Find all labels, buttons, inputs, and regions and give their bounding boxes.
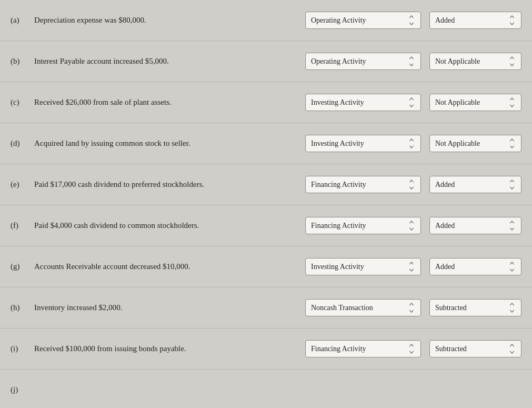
row-label-g: (g) bbox=[11, 262, 34, 271]
row-label-j: (j) bbox=[11, 385, 34, 394]
table-row-e: (e)Paid $17,000 cash dividend to preferr… bbox=[0, 164, 532, 205]
adjustment-select-e[interactable]: AddedSubtractedNot Applicable bbox=[429, 176, 521, 193]
table-row-f: (f)Paid $4,000 cash dividend to common s… bbox=[0, 205, 532, 246]
adjustment-select-g[interactable]: AddedSubtractedNot Applicable bbox=[429, 258, 521, 275]
row-description-c: Received $26,000 from sale of plant asse… bbox=[34, 98, 305, 107]
activity-col-d: Operating ActivityInvesting ActivityFina… bbox=[305, 135, 421, 152]
adjustment-select-c[interactable]: AddedSubtractedNot Applicable bbox=[429, 94, 521, 111]
row-label-a: (a) bbox=[11, 16, 34, 25]
table-row-g: (g)Accounts Receivable account decreased… bbox=[0, 246, 532, 287]
adjustment-select-f[interactable]: AddedSubtractedNot Applicable bbox=[429, 217, 521, 234]
activity-select-a[interactable]: Operating ActivityInvesting ActivityFina… bbox=[305, 12, 421, 29]
activity-select-b[interactable]: Operating ActivityInvesting ActivityFina… bbox=[305, 53, 421, 70]
adjustment-select-b[interactable]: AddedSubtractedNot Applicable bbox=[429, 53, 521, 70]
adjustment-select-a[interactable]: AddedSubtractedNot Applicable bbox=[429, 12, 521, 29]
table-row-b: (b)Interest Payable account increased $5… bbox=[0, 41, 532, 82]
row-label-h: (h) bbox=[11, 303, 34, 312]
adjustment-col-h: AddedSubtractedNot Applicable bbox=[429, 299, 521, 316]
table-row-a: (a)Depreciation expense was $80,000.Oper… bbox=[0, 0, 532, 41]
activity-col-b: Operating ActivityInvesting ActivityFina… bbox=[305, 53, 421, 70]
adjustment-col-e: AddedSubtractedNot Applicable bbox=[429, 176, 521, 193]
adjustment-col-b: AddedSubtractedNot Applicable bbox=[429, 53, 521, 70]
row-description-e: Paid $17,000 cash dividend to preferred … bbox=[34, 180, 305, 189]
activity-select-c[interactable]: Operating ActivityInvesting ActivityFina… bbox=[305, 94, 421, 111]
activity-col-a: Operating ActivityInvesting ActivityFina… bbox=[305, 12, 421, 29]
row-description-a: Depreciation expense was $80,000. bbox=[34, 16, 305, 25]
table-row-d: (d)Acquired land by issuing common stock… bbox=[0, 123, 532, 164]
adjustment-select-h[interactable]: AddedSubtractedNot Applicable bbox=[429, 299, 521, 316]
row-description-b: Interest Payable account increased $5,00… bbox=[34, 57, 305, 66]
row-description-f: Paid $4,000 cash dividend to common stoc… bbox=[34, 221, 305, 230]
table-row-h: (h)Inventory increased $2,000.Operating … bbox=[0, 287, 532, 329]
table-row-i: (i)Received $100,000 from issuing bonds … bbox=[0, 329, 532, 370]
table-row-j: (j) bbox=[0, 370, 532, 408]
activity-col-i: Operating ActivityInvesting ActivityFina… bbox=[305, 340, 421, 357]
activity-select-e[interactable]: Operating ActivityInvesting ActivityFina… bbox=[305, 176, 421, 193]
activity-select-d[interactable]: Operating ActivityInvesting ActivityFina… bbox=[305, 135, 421, 152]
activity-col-h: Operating ActivityInvesting ActivityFina… bbox=[305, 299, 421, 316]
adjustment-col-c: AddedSubtractedNot Applicable bbox=[429, 94, 521, 111]
row-label-b: (b) bbox=[11, 57, 34, 66]
activity-select-g[interactable]: Operating ActivityInvesting ActivityFina… bbox=[305, 258, 421, 275]
row-description-g: Accounts Receivable account decreased $1… bbox=[34, 262, 305, 271]
row-description-i: Received $100,000 from issuing bonds pay… bbox=[34, 344, 305, 353]
row-label-i: (i) bbox=[11, 344, 34, 353]
row-description-h: Inventory increased $2,000. bbox=[34, 303, 305, 312]
row-label-f: (f) bbox=[11, 221, 34, 230]
adjustment-col-f: AddedSubtractedNot Applicable bbox=[429, 217, 521, 234]
adjustment-select-i[interactable]: AddedSubtractedNot Applicable bbox=[429, 340, 521, 357]
row-description-d: Acquired land by issuing common stock to… bbox=[34, 139, 305, 148]
table-row-c: (c)Received $26,000 from sale of plant a… bbox=[0, 82, 532, 123]
row-label-c: (c) bbox=[11, 98, 34, 107]
adjustment-col-g: AddedSubtractedNot Applicable bbox=[429, 258, 521, 275]
adjustment-col-d: AddedSubtractedNot Applicable bbox=[429, 135, 521, 152]
adjustment-select-d[interactable]: AddedSubtractedNot Applicable bbox=[429, 135, 521, 152]
activity-select-h[interactable]: Operating ActivityInvesting ActivityFina… bbox=[305, 299, 421, 316]
activity-col-e: Operating ActivityInvesting ActivityFina… bbox=[305, 176, 421, 193]
main-table: (a)Depreciation expense was $80,000.Oper… bbox=[0, 0, 532, 408]
activity-select-f[interactable]: Operating ActivityInvesting ActivityFina… bbox=[305, 217, 421, 234]
row-label-d: (d) bbox=[11, 139, 34, 148]
activity-col-c: Operating ActivityInvesting ActivityFina… bbox=[305, 94, 421, 111]
activity-col-f: Operating ActivityInvesting ActivityFina… bbox=[305, 217, 421, 234]
adjustment-col-a: AddedSubtractedNot Applicable bbox=[429, 12, 521, 29]
row-label-e: (e) bbox=[11, 180, 34, 189]
activity-select-i[interactable]: Operating ActivityInvesting ActivityFina… bbox=[305, 340, 421, 357]
activity-col-g: Operating ActivityInvesting ActivityFina… bbox=[305, 258, 421, 275]
adjustment-col-i: AddedSubtractedNot Applicable bbox=[429, 340, 521, 357]
